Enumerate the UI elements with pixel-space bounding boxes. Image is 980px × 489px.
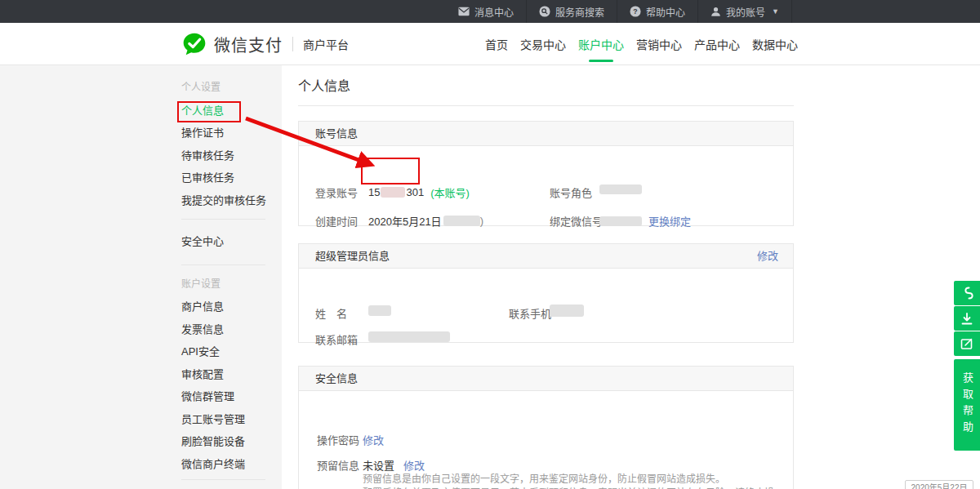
desc-line: 配置后将在首页及充值页面显示。若未看到预留信息，表明当前访问的网站存在风险，请终…: [363, 487, 779, 489]
sidebar-item-review-config[interactable]: 审核配置: [181, 363, 271, 386]
topbar-item-label: 服务商搜索: [555, 5, 604, 19]
nav-product-center[interactable]: 产品中心: [694, 33, 740, 56]
question-icon: ?: [630, 6, 641, 17]
sidebar-item-face-device[interactable]: 刷脸智能设备: [181, 430, 271, 453]
sidebar-item-security-center[interactable]: 安全中心: [181, 230, 271, 253]
reserve-info-value: 未设置: [363, 457, 394, 473]
created-time-value: 2020年5月21日 ): [368, 213, 483, 229]
message-center-item[interactable]: 消息中心: [446, 0, 526, 23]
feedback-button[interactable]: [954, 331, 980, 356]
name-value: [368, 305, 391, 316]
edit-reserve-link[interactable]: 修改: [403, 457, 425, 473]
floating-help-widget: 获取帮助: [954, 281, 980, 451]
wechat-pay-logo-icon: [181, 31, 207, 57]
brand-name: 微信支付: [214, 33, 283, 56]
security-card-header: 安全信息: [299, 367, 793, 391]
bound-wechat-value: 更换绑定: [599, 213, 691, 229]
current-account-note: (本账号): [430, 184, 470, 200]
sidebar-divider: [181, 479, 265, 480]
redacted-value: [599, 216, 642, 226]
mail-icon: [458, 7, 470, 16]
my-account-item[interactable]: 我的账号 ▼: [697, 0, 792, 23]
super-admin-card-header: 超级管理员信息 修改: [299, 244, 793, 269]
topbar-item-label: 消息中心: [474, 5, 514, 19]
sidebar-item-pending-review-tasks[interactable]: 待审核任务: [181, 144, 271, 167]
contact-email-label: 联系邮箱: [315, 331, 358, 347]
nav-home[interactable]: 首页: [485, 33, 508, 56]
sidebar-item-my-submitted-tasks[interactable]: 我提交的审核任务: [181, 189, 271, 212]
search-icon: [539, 6, 550, 17]
sidebar-item-invoice-info[interactable]: 发票信息: [181, 318, 271, 341]
contact-phone-value: [550, 305, 584, 317]
svg-text:?: ?: [633, 7, 637, 16]
bound-wechat-label: 绑定微信号: [550, 213, 603, 229]
super-admin-card: 超级管理员信息 修改 姓 名 联系手机 联系邮箱: [298, 243, 794, 343]
nav-account-center[interactable]: 账户中心: [578, 33, 624, 56]
name-label: 姓 名: [315, 305, 347, 321]
account-info-card: 账号信息 登录账号 15 301 (本账号) 账号角色 创建时间 2020年5月…: [298, 121, 794, 226]
sidebar-divider: [181, 265, 265, 265]
nav-marketing-center[interactable]: 营销中心: [636, 33, 682, 56]
sidebar-item-staff-account-mgmt[interactable]: 员工账号管理: [181, 408, 271, 431]
portal-name: 商户平台: [303, 36, 349, 52]
super-admin-header-label: 超级管理员信息: [315, 250, 390, 262]
redacted-value: [368, 331, 450, 342]
title-divider: [298, 105, 794, 106]
nav-transaction-center[interactable]: 交易中心: [520, 33, 566, 56]
login-account-value: 15 301 (本账号): [368, 184, 470, 200]
sidebar: 个人设置 个人信息 操作证书 待审核任务 已审核任务 我提交的审核任务 安全中心…: [181, 77, 271, 480]
download-button[interactable]: [954, 306, 980, 331]
sidebar-item-api-security[interactable]: API安全: [181, 340, 271, 363]
edit-icon: [960, 337, 973, 350]
header: 微信支付 商户平台 首页 交易中心 账户中心 营销中心 产品中心 数据中心: [0, 23, 980, 65]
topbar: 消息中心 服务商搜索 ? 帮助中心: [0, 0, 980, 23]
get-help-button[interactable]: 获取帮助: [954, 359, 980, 451]
wechat-pay-merchant-page: 消息中心 服务商搜索 ? 帮助中心: [0, 0, 980, 489]
redacted-value: [368, 305, 391, 316]
sidebar-item-wechat-merchant-terminal[interactable]: 微信商户终端: [181, 453, 271, 476]
edit-password-link[interactable]: 修改: [363, 432, 384, 447]
redacted-value: [443, 216, 480, 226]
login-suffix: 301: [406, 186, 424, 198]
login-account-label: 登录账号: [315, 184, 358, 200]
main-nav: 首页 交易中心 账户中心 营销中心 产品中心 数据中心: [485, 23, 798, 64]
sidebar-group-account-settings: 账户设置: [181, 273, 271, 296]
desc-line: 预留信息是由你自己设置的一段文字，用来鉴定网站身份，防止假冒网站造成损失。: [363, 473, 779, 487]
change-binding-link[interactable]: 更换绑定: [648, 213, 691, 229]
help-center-item[interactable]: ? 帮助中心: [617, 0, 697, 23]
link-icon: [960, 286, 973, 300]
service-provider-search-item[interactable]: 服务商搜索: [526, 0, 617, 23]
sidebar-divider: [181, 219, 265, 220]
get-help-label: 获取帮助: [954, 372, 980, 438]
download-icon: [960, 312, 973, 326]
redacted-value: [381, 187, 405, 198]
sidebar-item-wechat-group-mgmt[interactable]: 微信群管理: [181, 385, 271, 408]
edit-admin-link[interactable]: 修改: [757, 244, 778, 268]
sidebar-item-merchant-info[interactable]: 商户信息: [181, 296, 271, 318]
contact-phone-label: 联系手机: [509, 305, 551, 321]
page-title: 个人信息: [298, 75, 350, 95]
topbar-menu: 消息中心 服务商搜索 ? 帮助中心: [446, 0, 792, 23]
sidebar-item-reviewed-tasks[interactable]: 已审核任务: [181, 167, 271, 189]
sidebar-group-personal-settings: 个人设置: [181, 77, 271, 100]
caret-down-icon: ▼: [772, 7, 779, 16]
reserve-info-description: 预留信息是由你自己设置的一段文字，用来鉴定网站身份，防止假冒网站造成损失。 配置…: [363, 473, 779, 489]
redacted-value: [550, 305, 584, 317]
date-tooltip: 2020年5月22日: [905, 480, 973, 489]
nav-data-center[interactable]: 数据中心: [752, 33, 798, 56]
sidebar-item-operation-certificate[interactable]: 操作证书: [181, 122, 271, 144]
sidebar-item-personal-info[interactable]: 个人信息: [181, 100, 271, 122]
user-icon: [710, 7, 721, 17]
created-date: 2020年5月21日: [368, 213, 442, 229]
hotline-button[interactable]: [954, 281, 980, 305]
operation-password-label: 操作密码: [317, 432, 359, 447]
login-prefix: 15: [368, 186, 380, 198]
created-time-label: 创建时间: [315, 213, 358, 229]
contact-email-value: [368, 331, 450, 342]
topbar-item-label: 帮助中心: [646, 5, 685, 19]
account-card-header: 账号信息: [299, 122, 793, 146]
created-tail: ): [480, 215, 483, 227]
redacted-value: [599, 184, 642, 194]
wechat-pay-logo[interactable]: 微信支付 商户平台: [181, 31, 349, 57]
reserve-info-label: 预留信息: [317, 457, 359, 473]
